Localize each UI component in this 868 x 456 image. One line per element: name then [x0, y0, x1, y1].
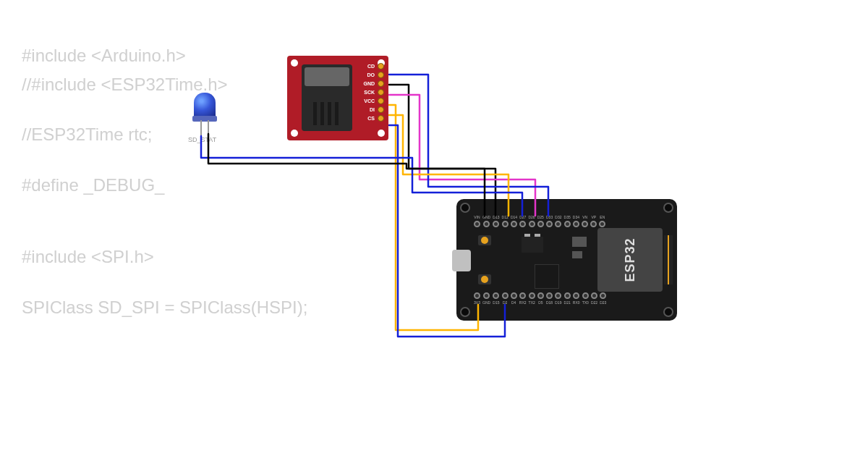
pin-hole[interactable]: [511, 292, 517, 299]
en-button[interactable]: [478, 235, 491, 245]
pin-hole[interactable]: [573, 221, 579, 227]
esp32-pin-d12[interactable]: D12: [502, 215, 509, 227]
esp32-pin-3v3[interactable]: 3V3: [474, 292, 480, 305]
esp32-pin-tx2[interactable]: TX2: [529, 292, 535, 305]
pin-hole[interactable]: [546, 221, 553, 227]
esp32-pin-d14[interactable]: D14: [511, 215, 517, 227]
pin-label: D18: [546, 300, 553, 305]
pin-hole[interactable]: [555, 292, 561, 299]
pin-hole[interactable]: [555, 221, 561, 227]
pin-label: TX0: [582, 300, 589, 305]
led-cathode-leg: [208, 120, 209, 135]
pin-hole[interactable]: [529, 292, 535, 299]
esp32-pin-d4[interactable]: D4: [511, 292, 517, 305]
esp32-pin-d15[interactable]: D15: [493, 292, 499, 305]
pin-hole[interactable]: [483, 292, 490, 299]
esp32-pin-rx2[interactable]: RX2: [519, 292, 527, 305]
sd-pin-label: DI: [370, 107, 375, 112]
esp32-pin-d5[interactable]: D5: [537, 292, 544, 305]
sd-pin-sck[interactable]: [378, 89, 384, 96]
pin-hole[interactable]: [519, 221, 526, 227]
esp32-pin-d23[interactable]: D23: [600, 292, 606, 305]
pin-label: EN: [600, 215, 605, 219]
pin-label: D15: [493, 300, 499, 305]
sd-pin-cs[interactable]: [378, 115, 384, 122]
sd-pin-gnd[interactable]: [378, 80, 384, 87]
esp32-pin-d22[interactable]: D22: [591, 292, 597, 305]
esp32-bottom-pinrow: 3V3GNDD15D2D4RX2TX2D5D18D19D21RX0TX0D22D…: [474, 292, 606, 305]
esp32-pin-vp[interactable]: VP: [590, 215, 597, 227]
esp32-pin-d27[interactable]: D27: [519, 215, 526, 227]
esp32-pin-rx0[interactable]: RX0: [573, 292, 580, 305]
pin-hole[interactable]: [546, 292, 553, 299]
pin-hole[interactable]: [502, 221, 509, 227]
pin-hole[interactable]: [493, 221, 499, 227]
pin-label: GND: [482, 300, 490, 305]
code-line: #include <Arduino.h>: [22, 43, 307, 68]
antenna-icon: [664, 235, 673, 284]
pin-hole[interactable]: [474, 221, 480, 227]
sd-slot-icon: [302, 64, 352, 131]
boot-button[interactable]: [478, 274, 491, 284]
pin-label: D35: [564, 215, 571, 219]
esp32-pin-d21[interactable]: D21: [564, 292, 571, 305]
pin-label: D5: [538, 300, 542, 305]
pin-hole[interactable]: [511, 221, 517, 227]
esp32-pin-d35[interactable]: D35: [564, 215, 571, 227]
pin-hole[interactable]: [474, 292, 480, 299]
esp32-pin-d26[interactable]: D26: [528, 215, 535, 227]
code-line: //#include <ESP32Time.h>: [22, 72, 307, 97]
pin-hole[interactable]: [600, 292, 606, 299]
pin-label: 3V3: [474, 300, 480, 305]
esp32-pin-d2[interactable]: D2: [502, 292, 509, 305]
esp32-pin-d18[interactable]: D18: [546, 292, 553, 305]
sd-pin-label: CD: [367, 64, 375, 69]
pin-hole[interactable]: [537, 292, 544, 299]
pin-hole[interactable]: [529, 221, 535, 227]
pin-hole[interactable]: [564, 292, 571, 299]
pin-hole[interactable]: [564, 221, 571, 227]
esp32-top-pinrow: VINGNDD13D12D14D27D26D25D33D32D35D34VNVP…: [474, 215, 605, 227]
esp32-pin-d25[interactable]: D25: [537, 215, 544, 227]
pin-hole[interactable]: [591, 292, 597, 299]
sd-card-module[interactable]: CD DO GND SCK VCC DI CS: [287, 56, 388, 140]
pin-label: D32: [555, 215, 561, 219]
sd-pin-do[interactable]: [378, 72, 384, 78]
esp32-pin-vin[interactable]: VIN: [474, 215, 480, 227]
esp32-pin-gnd[interactable]: GND: [482, 215, 490, 227]
wire-gnd: [389, 85, 495, 216]
sd-pin-label: GND: [363, 81, 375, 86]
sd-pin-di[interactable]: [378, 106, 384, 113]
sd-pin-cd[interactable]: [378, 63, 384, 69]
sd-pin-vcc[interactable]: [378, 98, 384, 104]
led-anode-leg: [200, 120, 202, 138]
pin-hole[interactable]: [502, 292, 509, 299]
pin-hole[interactable]: [483, 221, 490, 227]
code-line: #include <SPI.h>: [22, 245, 307, 269]
pin-label: VIN: [474, 215, 480, 219]
pin-label: D13: [493, 215, 499, 219]
esp32-pin-en[interactable]: EN: [599, 215, 605, 227]
esp32-pin-d33[interactable]: D33: [546, 215, 553, 227]
pin-hole[interactable]: [599, 221, 605, 227]
esp32-pin-vn[interactable]: VN: [582, 215, 588, 227]
esp32-pin-gnd[interactable]: GND: [482, 292, 490, 305]
led-label: SD_STAT: [188, 136, 216, 143]
pin-hole[interactable]: [519, 292, 526, 299]
esp32-pin-d19[interactable]: D19: [555, 292, 561, 305]
esp32-board[interactable]: ESP32 VINGNDD13D12D14D27D26D25D33D32D35D…: [456, 199, 677, 321]
led-component[interactable]: [194, 93, 216, 132]
pin-hole[interactable]: [493, 292, 499, 299]
rf-shield-icon: ESP32: [597, 228, 663, 292]
pin-hole[interactable]: [537, 221, 544, 227]
pin-hole[interactable]: [582, 221, 588, 227]
pin-hole[interactable]: [573, 292, 579, 299]
sd-pin-header: CD DO GND SCK VCC DI CS: [363, 63, 384, 122]
esp32-pin-d34[interactable]: D34: [573, 215, 579, 227]
esp32-pin-tx0[interactable]: TX0: [582, 292, 589, 305]
wire-sck: [389, 95, 535, 216]
pin-hole[interactable]: [582, 292, 589, 299]
esp32-pin-d32[interactable]: D32: [555, 215, 561, 227]
esp32-pin-d13[interactable]: D13: [493, 215, 499, 227]
pin-hole[interactable]: [590, 221, 597, 227]
